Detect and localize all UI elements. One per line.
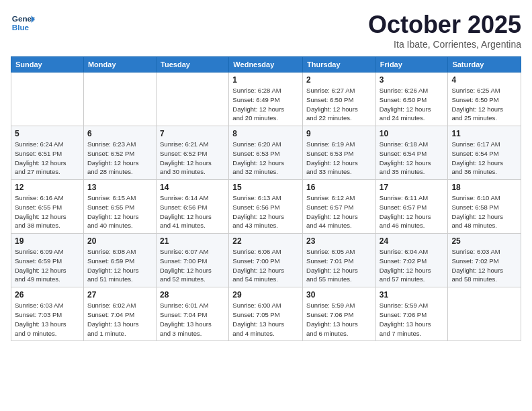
day-number: 4 — [451, 75, 517, 85]
day-number: 24 — [380, 236, 445, 246]
day-info: Sunrise: 6:17 AM Sunset: 6:54 PM Dayligh… — [451, 140, 517, 177]
day-number: 11 — [451, 129, 517, 138]
cell-week1-day2 — [157, 73, 229, 126]
week-row-1: 1Sunrise: 6:28 AM Sunset: 6:49 PM Daylig… — [11, 73, 521, 126]
day-info: Sunrise: 6:09 AM Sunset: 6:59 PM Dayligh… — [15, 247, 80, 284]
header: General Blue October 2025 Ita Ibate, Cor… — [11, 11, 521, 50]
cell-week5-day2: 28Sunrise: 6:01 AM Sunset: 7:04 PM Dayli… — [157, 287, 229, 341]
header-sunday: Sunday — [11, 57, 84, 73]
cell-week2-day6: 11Sunrise: 6:17 AM Sunset: 6:54 PM Dayli… — [448, 126, 521, 180]
week-row-2: 5Sunrise: 6:24 AM Sunset: 6:51 PM Daylig… — [11, 126, 521, 180]
day-number: 18 — [451, 183, 517, 192]
day-number: 25 — [451, 236, 517, 246]
day-info: Sunrise: 6:02 AM Sunset: 7:04 PM Dayligh… — [87, 301, 152, 338]
day-number: 21 — [160, 236, 225, 246]
day-info: Sunrise: 6:03 AM Sunset: 7:03 PM Dayligh… — [15, 301, 80, 338]
header-wednesday: Wednesday — [229, 57, 303, 73]
day-number: 30 — [306, 290, 372, 300]
calendar-title: October 2025 — [368, 11, 521, 39]
day-number: 7 — [160, 129, 225, 138]
day-number: 26 — [15, 290, 80, 300]
day-number: 8 — [232, 129, 299, 138]
cell-week1-day6: 4Sunrise: 6:25 AM Sunset: 6:50 PM Daylig… — [448, 73, 521, 126]
cell-week3-day4: 16Sunrise: 6:12 AM Sunset: 6:57 PM Dayli… — [303, 180, 376, 234]
day-info: Sunrise: 6:08 AM Sunset: 6:59 PM Dayligh… — [87, 247, 152, 284]
day-number: 13 — [87, 183, 152, 192]
day-info: Sunrise: 6:12 AM Sunset: 6:57 PM Dayligh… — [306, 193, 372, 230]
week-row-5: 26Sunrise: 6:03 AM Sunset: 7:03 PM Dayli… — [11, 287, 521, 341]
cell-week1-day5: 3Sunrise: 6:26 AM Sunset: 6:50 PM Daylig… — [375, 73, 448, 126]
day-info: Sunrise: 6:00 AM Sunset: 7:05 PM Dayligh… — [232, 301, 299, 338]
week-row-3: 12Sunrise: 6:16 AM Sunset: 6:55 PM Dayli… — [11, 180, 521, 234]
cell-week4-day0: 19Sunrise: 6:09 AM Sunset: 6:59 PM Dayli… — [11, 234, 84, 287]
day-number: 15 — [232, 183, 299, 192]
cell-week3-day6: 18Sunrise: 6:10 AM Sunset: 6:58 PM Dayli… — [448, 180, 521, 234]
day-info: Sunrise: 6:20 AM Sunset: 6:53 PM Dayligh… — [232, 140, 299, 177]
day-number: 29 — [232, 290, 299, 300]
cell-week1-day4: 2Sunrise: 6:27 AM Sunset: 6:50 PM Daylig… — [303, 73, 376, 126]
cell-week2-day4: 9Sunrise: 6:19 AM Sunset: 6:53 PM Daylig… — [303, 126, 376, 180]
cell-week2-day3: 8Sunrise: 6:20 AM Sunset: 6:53 PM Daylig… — [229, 126, 303, 180]
cell-week4-day2: 21Sunrise: 6:07 AM Sunset: 7:00 PM Dayli… — [157, 234, 229, 287]
cell-week4-day3: 22Sunrise: 6:06 AM Sunset: 7:00 PM Dayli… — [229, 234, 303, 287]
cell-week4-day6: 25Sunrise: 6:03 AM Sunset: 7:02 PM Dayli… — [448, 234, 521, 287]
days-header-row: Sunday Monday Tuesday Wednesday Thursday… — [11, 57, 521, 73]
logo: General Blue — [11, 11, 35, 35]
cell-week1-day0 — [11, 73, 84, 126]
day-number: 20 — [87, 236, 152, 246]
svg-text:Blue: Blue — [12, 23, 30, 32]
day-info: Sunrise: 6:05 AM Sunset: 7:01 PM Dayligh… — [306, 247, 372, 284]
calendar-body: 1Sunrise: 6:28 AM Sunset: 6:49 PM Daylig… — [11, 73, 521, 341]
day-number: 6 — [87, 129, 152, 138]
cell-week5-day5: 31Sunrise: 5:59 AM Sunset: 7:06 PM Dayli… — [375, 287, 448, 341]
day-number: 22 — [232, 236, 299, 246]
day-number: 28 — [160, 290, 225, 300]
cell-week5-day0: 26Sunrise: 6:03 AM Sunset: 7:03 PM Dayli… — [11, 287, 84, 341]
day-info: Sunrise: 6:06 AM Sunset: 7:00 PM Dayligh… — [232, 247, 299, 284]
day-info: Sunrise: 6:03 AM Sunset: 7:02 PM Dayligh… — [451, 247, 517, 284]
calendar-table: Sunday Monday Tuesday Wednesday Thursday… — [11, 56, 521, 341]
day-info: Sunrise: 6:16 AM Sunset: 6:55 PM Dayligh… — [15, 193, 80, 230]
day-number: 23 — [306, 236, 372, 246]
cell-week3-day5: 17Sunrise: 6:11 AM Sunset: 6:57 PM Dayli… — [375, 180, 448, 234]
cell-week4-day1: 20Sunrise: 6:08 AM Sunset: 6:59 PM Dayli… — [83, 234, 156, 287]
cell-week2-day1: 6Sunrise: 6:23 AM Sunset: 6:52 PM Daylig… — [83, 126, 156, 180]
cell-week3-day1: 13Sunrise: 6:15 AM Sunset: 6:55 PM Dayli… — [83, 180, 156, 234]
logo-icon: General Blue — [11, 11, 35, 35]
cell-week3-day3: 15Sunrise: 6:13 AM Sunset: 6:56 PM Dayli… — [229, 180, 303, 234]
day-number: 1 — [232, 75, 299, 85]
day-number: 19 — [15, 236, 80, 246]
day-info: Sunrise: 6:19 AM Sunset: 6:53 PM Dayligh… — [306, 140, 372, 177]
day-number: 2 — [306, 75, 372, 85]
day-number: 14 — [160, 183, 225, 192]
day-number: 16 — [306, 183, 372, 192]
day-number: 10 — [380, 129, 445, 138]
day-info: Sunrise: 6:01 AM Sunset: 7:04 PM Dayligh… — [160, 301, 225, 338]
header-monday: Monday — [83, 57, 156, 73]
header-thursday: Thursday — [303, 57, 376, 73]
cell-week5-day4: 30Sunrise: 5:59 AM Sunset: 7:06 PM Dayli… — [303, 287, 376, 341]
day-number: 3 — [380, 75, 445, 85]
day-info: Sunrise: 6:24 AM Sunset: 6:51 PM Dayligh… — [15, 140, 80, 177]
cell-week2-day5: 10Sunrise: 6:18 AM Sunset: 6:54 PM Dayli… — [375, 126, 448, 180]
day-number: 31 — [380, 290, 445, 300]
cell-week3-day0: 12Sunrise: 6:16 AM Sunset: 6:55 PM Dayli… — [11, 180, 84, 234]
day-info: Sunrise: 6:26 AM Sunset: 6:50 PM Dayligh… — [380, 86, 445, 123]
day-info: Sunrise: 6:21 AM Sunset: 6:52 PM Dayligh… — [160, 140, 225, 177]
day-info: Sunrise: 6:13 AM Sunset: 6:56 PM Dayligh… — [232, 193, 299, 230]
day-info: Sunrise: 5:59 AM Sunset: 7:06 PM Dayligh… — [380, 301, 445, 338]
day-info: Sunrise: 6:11 AM Sunset: 6:57 PM Dayligh… — [380, 193, 445, 230]
day-number: 5 — [15, 129, 80, 138]
cell-week3-day2: 14Sunrise: 6:14 AM Sunset: 6:56 PM Dayli… — [157, 180, 229, 234]
header-friday: Friday — [375, 57, 448, 73]
day-info: Sunrise: 6:23 AM Sunset: 6:52 PM Dayligh… — [87, 140, 152, 177]
day-number: 12 — [15, 183, 80, 192]
day-info: Sunrise: 6:04 AM Sunset: 7:02 PM Dayligh… — [380, 247, 445, 284]
cell-week5-day6 — [448, 287, 521, 341]
day-info: Sunrise: 6:07 AM Sunset: 7:00 PM Dayligh… — [160, 247, 225, 284]
day-info: Sunrise: 6:28 AM Sunset: 6:49 PM Dayligh… — [232, 86, 299, 123]
day-number: 17 — [380, 183, 445, 192]
calendar-subtitle: Ita Ibate, Corrientes, Argentina — [368, 39, 521, 50]
cell-week5-day1: 27Sunrise: 6:02 AM Sunset: 7:04 PM Dayli… — [83, 287, 156, 341]
cell-week4-day5: 24Sunrise: 6:04 AM Sunset: 7:02 PM Dayli… — [375, 234, 448, 287]
